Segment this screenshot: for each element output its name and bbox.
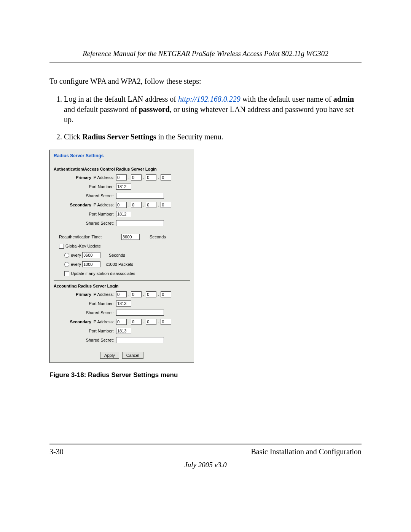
step1-pwd: password: [139, 105, 170, 113]
auth-primary-secret-row: Shared Secret:: [50, 191, 194, 200]
acct-primary-port-row: Port Number:: [50, 299, 194, 308]
acct-secondary-port-input[interactable]: [116, 328, 131, 334]
disassoc-label: Update if any station disassociates: [71, 271, 135, 276]
gk-seconds-radio[interactable]: [64, 253, 69, 258]
disassoc-checkbox[interactable]: [64, 271, 69, 276]
doc-header: Reference Manual for the NETGEAR ProSafe…: [49, 50, 362, 62]
reauth-label: Reauthentication Time:: [54, 235, 121, 239]
acct-port-label-2: Port Number:: [54, 329, 116, 333]
acct-secret-label: Shared Secret:: [54, 310, 116, 315]
auth-primary-ip-oct1[interactable]: [116, 174, 127, 181]
seconds-label: Seconds: [150, 235, 166, 239]
primary-label-suffix: IP Address:: [91, 175, 114, 180]
auth-section-header: Authentication/Access Control Radius Ser…: [50, 165, 194, 173]
footer-date: July 2005 v3.0: [49, 461, 362, 469]
acct-primary-label: Primary: [76, 292, 91, 297]
gk-packets-radio[interactable]: [64, 262, 69, 267]
step1-mid2: and default password of: [64, 105, 139, 113]
acct-secondary-ip-oct1[interactable]: [116, 319, 127, 325]
globalkey-row: Global-Key Update: [50, 241, 194, 251]
step1-mid: with the default user name of: [241, 95, 333, 103]
acct-primary-port-input[interactable]: [116, 300, 131, 307]
acct-primary-ip-oct1[interactable]: [116, 291, 127, 297]
step2-pre: Click: [64, 133, 82, 141]
step2-post: in the Security menu.: [156, 133, 223, 141]
divider-2: [54, 347, 190, 347]
auth-primary-ip-oct3[interactable]: [146, 174, 156, 181]
auth-secondary-ip-oct2[interactable]: [131, 202, 142, 208]
auth-primary-secret-input[interactable]: [116, 193, 164, 199]
auth-secondary-ip-oct3[interactable]: [146, 202, 156, 208]
auth-primary-ip-oct4[interactable]: [161, 174, 171, 181]
page-number: 3-30: [49, 447, 64, 456]
steps-list: Log in at the default LAN address of htt…: [49, 94, 362, 142]
auth-secondary-ip-row: Secondary IP Address: . . .: [50, 200, 194, 209]
auth-primary-ip-oct2[interactable]: [131, 174, 142, 181]
acct-secondary-ip-oct2[interactable]: [131, 319, 142, 325]
step2-bold: Radius Server Settings: [82, 133, 156, 141]
step1-admin: admin: [333, 95, 354, 103]
step-2: Click Radius Server Settings in the Secu…: [64, 132, 362, 142]
acct-primary-ip-oct2[interactable]: [131, 291, 142, 297]
cancel-button[interactable]: Cancel: [122, 352, 143, 359]
acct-secondary-ip-oct4[interactable]: [161, 319, 171, 325]
acct-secret-label-2: Shared Secret:: [54, 338, 116, 342]
button-bar: Apply Cancel: [50, 352, 194, 359]
acct-primary-ip-oct3[interactable]: [146, 291, 156, 297]
acct-primary-label-suffix: IP Address:: [91, 292, 114, 297]
secondary-label: Secondary: [70, 203, 91, 207]
acct-secondary-label: Secondary: [70, 320, 91, 324]
gk-seconds-row: every Seconds: [50, 251, 194, 260]
step-1: Log in at the default LAN address of htt…: [64, 94, 362, 125]
acct-primary-secret-input[interactable]: [116, 310, 164, 316]
gk-packets-unit: x1000 Packets: [106, 262, 133, 267]
secret-label-2: Shared Secret:: [54, 221, 116, 225]
globalkey-label: Global-Key Update: [65, 244, 101, 248]
acct-primary-ip-row: Primary IP Address: . . .: [50, 290, 194, 299]
divider: [54, 280, 190, 281]
radius-settings-screenshot: Radius Server Settings Authentication/Ac…: [49, 150, 194, 363]
acct-secondary-secret-row: Shared Secret:: [50, 335, 194, 345]
acct-section-header: Accounting Radius Server Login: [50, 282, 194, 290]
panel-title: Radius Server Settings: [50, 150, 194, 165]
primary-label: Primary: [76, 175, 91, 180]
every-label-2: every: [71, 262, 81, 267]
acct-secondary-ip-oct3[interactable]: [146, 319, 156, 325]
reauth-time-input[interactable]: [121, 234, 140, 240]
auth-secondary-port-input[interactable]: [116, 211, 131, 217]
gk-seconds-unit: Seconds: [109, 253, 125, 257]
auth-primary-port-row: Port Number:: [50, 182, 194, 191]
step1-pre: Log in at the default LAN address of: [64, 95, 178, 103]
secondary-label-suffix: IP Address:: [91, 203, 114, 207]
auth-secondary-ip-oct1[interactable]: [116, 202, 127, 208]
acct-secondary-ip-row: Secondary IP Address: . . .: [50, 317, 194, 326]
acct-secondary-secret-input[interactable]: [116, 337, 164, 343]
globalkey-checkbox[interactable]: [59, 244, 64, 249]
apply-button[interactable]: Apply: [100, 352, 119, 359]
auth-secondary-ip-oct4[interactable]: [161, 202, 171, 208]
acct-primary-secret-row: Shared Secret:: [50, 308, 194, 317]
auth-primary-port-input[interactable]: [116, 184, 131, 190]
reauth-row: Reauthentication Time: Seconds: [50, 232, 194, 241]
acct-primary-ip-oct4[interactable]: [161, 291, 171, 297]
acct-secondary-label-suffix: IP Address:: [91, 320, 114, 324]
every-label-1: every: [71, 253, 81, 257]
acct-port-label: Port Number:: [54, 301, 116, 306]
lan-link[interactable]: http://192.168.0.229: [178, 95, 241, 103]
acct-secondary-port-row: Port Number:: [50, 326, 194, 335]
intro-text: To configure WPA and WPA2, follow these …: [49, 76, 362, 86]
gk-seconds-input[interactable]: [82, 252, 100, 258]
gk-packets-input[interactable]: [82, 261, 100, 267]
gk-packets-row: every x1000 Packets: [50, 260, 194, 269]
section-title: Basic Installation and Configuration: [251, 447, 362, 456]
disassoc-row: Update if any station disassociates: [50, 269, 194, 278]
auth-secondary-port-row: Port Number:: [50, 209, 194, 219]
figure-caption: Figure 3-18: Radius Server Settings menu: [49, 371, 362, 379]
secret-label: Shared Secret:: [54, 193, 116, 198]
footer-rule: [49, 444, 362, 444]
port-label-2: Port Number:: [54, 212, 116, 216]
auth-primary-ip-row: Primary IP Address: . . .: [50, 173, 194, 182]
port-label: Port Number:: [54, 184, 116, 189]
auth-secondary-secret-input[interactable]: [116, 220, 164, 226]
auth-secondary-secret-row: Shared Secret:: [50, 219, 194, 228]
